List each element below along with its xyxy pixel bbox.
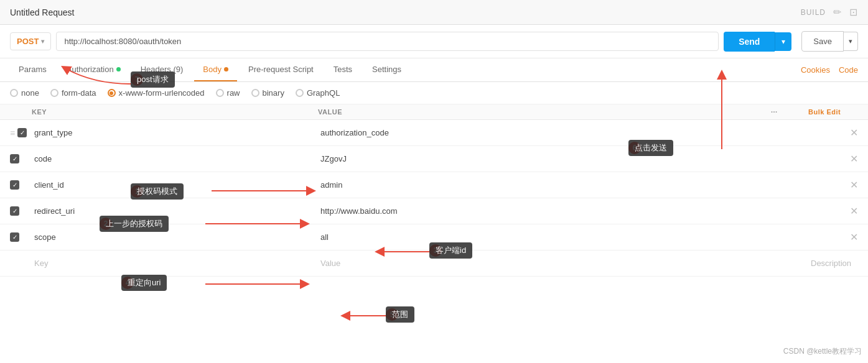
radio-none-label: none [21,88,39,98]
top-bar: Untitled Request BUILD ✏ ⊡ [0,0,868,25]
top-bar-right: BUILD ✏ ⊡ [801,6,858,18]
table-row: ✓ redirect_uri http://www.baidu.com ✕ [0,198,868,224]
send-dropdown-button[interactable]: ▾ [775,32,791,51]
radio-raw[interactable]: raw [216,88,240,98]
tab-authorization-label: Authorization [67,65,114,74]
col-checkbox [10,108,32,116]
method-label: POST [17,37,39,46]
cell-key-5[interactable]: scope [32,227,318,247]
radio-binary-circle [251,89,259,97]
delete-btn-5[interactable]: ✕ [808,231,858,243]
method-dropdown-icon: ▾ [41,38,44,45]
page-title: Untitled Request [10,7,75,17]
delete-btn-3[interactable]: ✕ [808,179,858,191]
tab-settings[interactable]: Settings [363,58,410,81]
cell-desc-label-empty: Description [808,254,858,273]
radio-form-data-label: form-data [62,88,96,98]
tab-settings-label: Settings [372,65,401,74]
cell-val-3[interactable]: admin [318,175,771,195]
table-row: ✓ client_id admin ✕ [0,172,868,198]
cell-val-4[interactable]: http://www.baidu.com [318,201,771,221]
radio-form-data-circle [50,89,58,97]
radio-none-circle [10,89,18,97]
table-row: ✓ scope all ✕ [0,224,868,250]
code-link[interactable]: Code [839,65,858,75]
tabs-right: Cookies Code [801,65,858,75]
radio-urlencoded-label: x-www-form-urlencoded [119,88,205,98]
checkbox-2[interactable]: ✓ [10,154,19,163]
tab-body[interactable]: Body [194,58,237,81]
cell-key-empty[interactable]: Key [32,254,318,273]
cell-val-1[interactable]: authorization_code [318,123,771,142]
body-dot [224,67,228,71]
build-label: BUILD [801,8,826,17]
tab-tests[interactable]: Tests [325,58,361,81]
radio-form-data[interactable]: form-data [50,88,96,98]
badge-5: 5 [386,308,398,321]
delete-btn-2[interactable]: ✕ [808,153,858,165]
cell-val-5[interactable]: all [318,227,771,247]
radio-none[interactable]: none [10,88,39,98]
checkbox-5[interactable]: ✓ [10,232,19,242]
table-row: ≡ ✓ grant_type authorization_code ✕ [0,120,868,146]
url-bar: POST ▾ Send ▾ Save ▾ [0,25,868,58]
tab-authorization[interactable]: Authorization [58,58,129,81]
tab-headers[interactable]: Headers (9) [132,58,192,81]
tab-params[interactable]: Params [10,58,55,81]
radio-urlencoded-circle [108,89,116,97]
table-row-empty: Key Value Description [0,250,868,277]
edit-icon[interactable]: ✏ [833,6,842,18]
cell-val-2[interactable]: JZgovJ [318,149,771,168]
tab-pre-request-label: Pre-request Script [248,65,314,74]
authorization-dot [116,67,121,71]
cell-val-empty[interactable]: Value [318,254,771,273]
col-desc-header[interactable]: Bulk Edit [808,108,858,116]
arrow-5 [339,310,401,322]
radio-graphql[interactable]: GraphQL [296,88,340,98]
cell-key-1[interactable]: grant_type [32,123,318,142]
col-dots-header: ··· [771,108,808,116]
tab-pre-request[interactable]: Pre-request Script [240,58,322,81]
send-button-group: Send ▾ [724,32,791,52]
tab-headers-label: Headers (9) [141,65,184,74]
expand-icon[interactable]: ⊡ [849,6,858,18]
radio-urlencoded[interactable]: x-www-form-urlencoded [108,88,205,98]
cell-key-3[interactable]: client_id [32,175,318,195]
cell-key-2[interactable]: code [32,149,318,168]
table-row: ✓ code JZgovJ ✕ [0,146,868,172]
badge-4: 4 [121,277,134,289]
method-select[interactable]: POST ▾ [10,32,51,50]
radio-binary[interactable]: binary [251,88,284,98]
delete-btn-4[interactable]: ✕ [808,205,858,217]
checkbox-4[interactable]: ✓ [10,206,19,216]
send-button[interactable]: Send [724,32,775,52]
cookies-link[interactable]: Cookies [801,65,830,75]
watermark: CSDN @kettle教程学习 [783,346,862,357]
tab-tests-label: Tests [334,65,352,74]
save-button[interactable]: Save [801,31,844,52]
checkbox-3[interactable]: ✓ [10,180,19,190]
annotation-4: 重定向uri [121,275,167,291]
page-wrapper: Untitled Request BUILD ✏ ⊡ POST ▾ Send ▾… [0,0,868,363]
checkbox-1[interactable]: ✓ [17,128,27,137]
tab-body-label: Body [203,65,222,74]
arrow-4 [205,278,336,290]
save-dropdown-button[interactable]: ▾ [844,32,858,51]
url-input[interactable] [56,32,719,51]
cell-key-4[interactable]: redirect_uri [32,201,318,221]
tab-params-label: Params [19,65,47,74]
delete-btn-1[interactable]: ✕ [808,127,858,139]
col-value-header: VALUE [318,108,771,116]
tabs: Params Authorization Headers (9) Body Pr… [0,58,868,82]
table-section: KEY VALUE ··· Bulk Edit ≡ ✓ grant_type a… [0,104,868,277]
radio-graphql-label: GraphQL [307,88,340,98]
radio-binary-label: binary [263,88,284,98]
save-button-group: Save ▾ [801,31,858,52]
body-options: none form-data x-www-form-urlencoded raw… [0,82,868,104]
drag-handle[interactable]: ≡ [10,128,15,138]
radio-raw-label: raw [227,88,240,98]
col-key-header: KEY [32,108,318,116]
table-header: KEY VALUE ··· Bulk Edit [0,104,868,120]
radio-raw-circle [216,89,224,97]
radio-graphql-circle [296,89,304,97]
